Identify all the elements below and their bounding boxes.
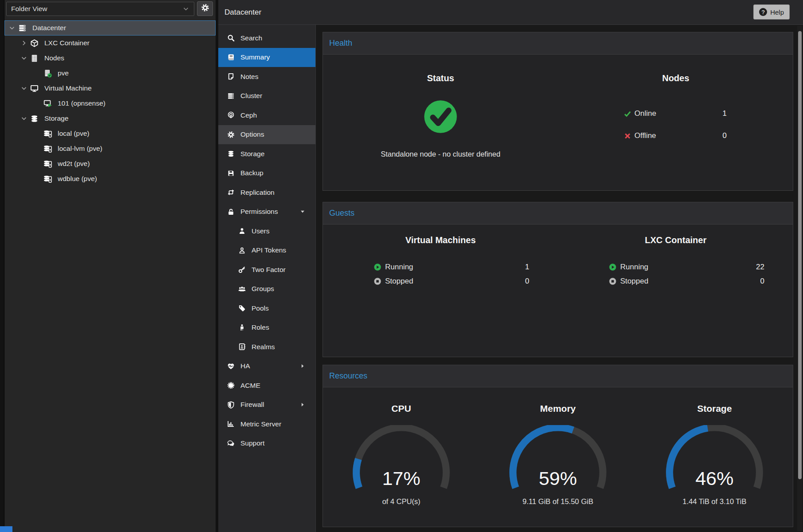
chevron-down-icon[interactable]: [20, 115, 28, 122]
gear-icon: [201, 4, 209, 14]
desktop-icon: [30, 84, 41, 93]
nav-item-summary[interactable]: Summary: [218, 48, 315, 67]
cluster-status-message: Standalone node - no cluster defined: [323, 150, 558, 158]
tree-item-storage[interactable]: Storage: [4, 111, 216, 126]
heartbeat-icon: [227, 362, 235, 370]
nav-item-acme[interactable]: ACME: [218, 376, 315, 395]
nav-item-users[interactable]: Users: [218, 221, 315, 241]
chevron-down-icon[interactable]: [20, 85, 28, 92]
nav-item-groups[interactable]: Groups: [218, 280, 315, 299]
tree-item-pve[interactable]: pve: [4, 66, 216, 81]
gauge-title: CPU: [323, 403, 480, 415]
health-panel-header: Health: [323, 32, 793, 55]
key-icon: [238, 266, 246, 274]
tree-item-vm-101-opnsense[interactable]: 101 (opnsense): [4, 96, 216, 111]
tree-item-storage-local-lvm[interactable]: local-lvm (pve): [4, 141, 216, 156]
nav-item-realms[interactable]: Realms: [218, 337, 315, 357]
db-icon: [227, 150, 235, 158]
help-button-label: Help: [770, 8, 784, 16]
gauge-detail: 9.11 GiB of 15.50 GiB: [480, 497, 636, 506]
guest-count: 0: [760, 277, 764, 286]
storage-drive-icon: [43, 145, 54, 153]
nav-item-backup[interactable]: Backup: [218, 164, 315, 183]
play-circle-icon: [374, 263, 382, 271]
search-icon: [227, 34, 235, 42]
tree-item-label: Nodes: [44, 54, 64, 62]
guest-count: 1: [525, 263, 529, 272]
tree-item-storage-wd2t[interactable]: wd2t (pve): [4, 156, 216, 171]
chevron-down-icon[interactable]: [8, 24, 16, 32]
stop-circle-icon: [374, 277, 382, 285]
health-panel: Health Status Nodes Standalone node - no…: [323, 32, 793, 191]
chevron-down-icon[interactable]: [182, 5, 189, 12]
node-status-label: Online: [634, 109, 656, 118]
content-toolbar: Datacenter ? Help: [218, 0, 803, 25]
user-o-icon: [238, 246, 246, 254]
view-selector-combobox[interactable]: Folder View: [6, 2, 194, 16]
gauge-percent: 59%: [506, 468, 610, 489]
male-icon: [238, 323, 246, 331]
node-status-row-online: Online1: [558, 102, 793, 125]
tree-settings-button[interactable]: [197, 1, 213, 16]
db-icon: [30, 114, 41, 123]
nav-item-search[interactable]: Search: [218, 28, 315, 48]
nav-item-label: Permissions: [240, 208, 278, 216]
tree-item-storage-local[interactable]: local (pve): [4, 126, 216, 141]
vm-running-icon: [43, 99, 54, 108]
check-circle-icon: [422, 98, 459, 135]
tree-item-virtual-machine[interactable]: Virtual Machine: [4, 81, 216, 96]
book-icon: [227, 53, 235, 61]
nav-item-label: Support: [240, 439, 264, 447]
vertical-scrollbar-thumb[interactable]: [798, 31, 802, 479]
shield-icon: [227, 401, 235, 409]
nav-item-options[interactable]: Options: [218, 125, 315, 145]
nav-item-roles[interactable]: Roles: [218, 318, 315, 338]
nav-item-firewall[interactable]: Firewall: [218, 395, 315, 415]
nav-item-label: Backup: [240, 169, 264, 177]
nav-item-label: API Tokens: [252, 246, 286, 254]
address-book-icon: [238, 343, 246, 351]
tree-item-datacenter[interactable]: Datacenter: [4, 20, 216, 35]
tree-item-nodes[interactable]: Nodes: [4, 51, 216, 66]
nav-item-notes[interactable]: Notes: [218, 67, 315, 87]
summary-content: Health Status Nodes Standalone node - no…: [316, 25, 803, 532]
cube-icon: [30, 39, 41, 47]
guest-row-running: Running22: [558, 260, 793, 274]
nav-item-label: Realms: [252, 343, 275, 351]
nav-item-metric-server[interactable]: Metric Server: [218, 414, 315, 434]
guest-state-label: Running: [385, 263, 413, 272]
resource-tree-panel: Folder View DatacenterLXC ContainerNodes…: [4, 0, 216, 532]
tree-item-storage-wdblue[interactable]: wdblue (pve): [4, 171, 216, 186]
resources-panel: Resources CPU17%of 4 CPU(s)Memory59%9.11…: [323, 365, 793, 527]
nav-item-ceph[interactable]: Ceph: [218, 106, 315, 125]
play-circle-icon: [609, 263, 617, 271]
nav-item-permissions[interactable]: Permissions: [218, 202, 315, 222]
nav-item-replication[interactable]: Replication: [218, 183, 315, 202]
tree-item-label: Virtual Machine: [44, 84, 92, 92]
guest-count: 22: [756, 263, 764, 272]
nav-item-label: Firewall: [240, 401, 264, 409]
splitter-focus-indicator[interactable]: [0, 526, 12, 532]
nav-item-label: Users: [252, 227, 269, 235]
nav-item-label: Pools: [252, 304, 269, 312]
help-button[interactable]: ? Help: [753, 4, 790, 20]
chevron-right-icon[interactable]: [20, 39, 28, 47]
node-ok-icon: [43, 69, 54, 78]
caret-right-icon: [299, 363, 306, 369]
nav-item-pools[interactable]: Pools: [218, 299, 315, 318]
nav-item-cluster[interactable]: Cluster: [218, 87, 315, 106]
nav-item-label: HA: [240, 362, 250, 370]
caret-down-icon: [299, 209, 306, 215]
nav-item-two-factor[interactable]: Two Factor: [218, 260, 315, 280]
nodes-heading: Nodes: [558, 73, 793, 83]
gauge-percent: 17%: [349, 468, 453, 489]
page-title: Datacenter: [218, 8, 261, 17]
nav-item-api-tokens[interactable]: API Tokens: [218, 241, 315, 260]
storage-drive-icon: [43, 160, 54, 168]
nav-item-support[interactable]: Support: [218, 434, 315, 453]
nav-item-ha[interactable]: HA: [218, 357, 315, 376]
nav-item-label: Ceph: [240, 111, 257, 119]
chevron-down-icon[interactable]: [20, 55, 28, 62]
nav-item-storage[interactable]: Storage: [218, 144, 315, 164]
tree-item-lxc-container[interactable]: LXC Container: [4, 35, 216, 51]
